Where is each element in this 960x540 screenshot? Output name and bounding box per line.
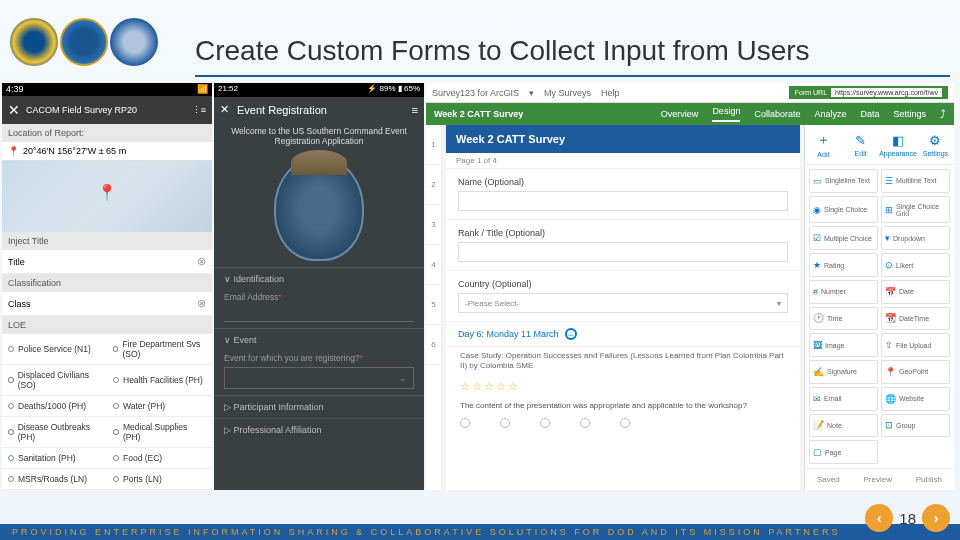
classification-label: Classification [2,274,212,292]
form-field-name[interactable]: Name (Optional) [446,169,800,220]
loe-label: LOE [2,316,212,334]
question-types-grid: ▭Singleline Text ☰Multiline Text ◉Single… [805,165,954,468]
list-item[interactable]: Food (EC) [107,448,212,469]
options-icon[interactable]: ⋮≡ [192,105,206,115]
section-event[interactable]: ∨ Event [214,328,424,351]
chevron-down-icon: ▾ [777,299,781,308]
dropdown-icon[interactable]: ▾ [529,88,534,98]
qtype-signature[interactable]: ✍Signature [809,360,878,384]
slide-title: Create Custom Forms to Collect Input fro… [195,35,810,67]
dropdown-input[interactable]: -Please Select- ▾ [458,293,788,313]
qtype-dropdown[interactable]: ▾Dropdown [881,226,950,250]
classification-input[interactable]: Class ⊗ [2,292,212,316]
sidetab-settings[interactable]: ⚙Settings [917,125,954,164]
prev-slide-button[interactable] [865,504,893,532]
sidetab-add[interactable]: ＋Add [805,125,842,164]
survey-title: CACOM Field Survey RP20 [26,105,137,115]
list-item[interactable]: Medical Supplies (PH) [107,417,212,448]
header-logo-group [10,18,158,66]
list-item[interactable]: Water (PH) [107,396,212,417]
list-item[interactable]: Displaced Civilians (SO) [2,365,107,396]
section-participant[interactable]: ▷ Participant Information [214,395,424,418]
close-icon[interactable]: ✕ [220,103,229,116]
qtype-note[interactable]: 📝Note [809,414,878,438]
qtype-singlechoice[interactable]: ◉Single Choice [809,196,878,224]
form-field-country[interactable]: Country (Optional) -Please Select- ▾ [446,271,800,322]
qtype-geopoint[interactable]: 📍GeoPoint [881,360,950,384]
sidetab-edit[interactable]: ✎Edit [842,125,879,164]
qtype-number[interactable]: #Number [809,280,878,304]
qtype-website[interactable]: 🌐Website [881,387,950,411]
tab-overview[interactable]: Overview [661,109,699,119]
form-title-bar[interactable]: Week 2 CATT Survey [446,125,800,153]
qtype-likert[interactable]: ⊙Likert [881,253,950,277]
email-field[interactable]: Email Address* [214,290,424,328]
list-item[interactable]: Disease Outbreaks (PH) [2,417,107,448]
clear-icon[interactable]: ⊗ [197,255,206,268]
list-item[interactable]: MSRs/Roads (LN) [2,469,107,490]
radio-option[interactable] [500,418,510,428]
qtype-singlechoicegrid[interactable]: ⊞Single Choice Grid [881,196,950,224]
email-input[interactable] [224,304,414,322]
qtype-date[interactable]: 📅Date [881,280,950,304]
likert-options[interactable] [446,414,800,432]
close-icon[interactable]: ✕ [8,102,20,118]
publish-button[interactable]: Publish [916,475,942,484]
form-field-rank[interactable]: Rank / Title (Optional) [446,220,800,271]
list-item[interactable]: Deaths/1000 (PH) [2,396,107,417]
status-time: 21:52 [218,84,238,96]
next-slide-button[interactable] [922,504,950,532]
coords-row[interactable]: 📍 20°46'N 156°27'W ± 65 m [2,142,212,161]
text-input[interactable] [458,191,788,211]
section-professional[interactable]: ▷ Professional Affiliation [214,418,424,441]
qtype-singleline[interactable]: ▭Singleline Text [809,169,878,193]
panel-field-survey: 4:39 📶 ✕ CACOM Field Survey RP20 ⋮≡ Loca… [2,83,212,490]
tab-data[interactable]: Data [860,109,879,119]
radio-option[interactable] [540,418,550,428]
sidetab-appearance[interactable]: ◧Appearance [879,125,917,164]
share-icon[interactable] [940,108,946,120]
list-item[interactable]: Ports (LN) [107,469,212,490]
day-header[interactable]: Day 6: Monday 11 March – [446,322,800,347]
url-value[interactable]: https://survey.www.arcg.com/f/wv [831,88,942,97]
list-item[interactable]: Police Service (N1) [2,334,107,365]
list-item[interactable]: Fire Department Svs (SO) [107,334,212,365]
text-input[interactable] [458,242,788,262]
event-select[interactable]: ⌄ [224,367,414,389]
pencil-icon: ✎ [855,133,866,148]
tab-design[interactable]: Design [712,106,740,122]
tab-collaborate[interactable]: Collaborate [754,109,800,119]
qnum: 4 [426,245,441,285]
radio-option[interactable] [580,418,590,428]
tab-analyze[interactable]: Analyze [814,109,846,119]
brand-label: Survey123 for ArcGIS [432,88,519,98]
map-preview[interactable]: 📍 [2,161,212,232]
preview-button[interactable]: Preview [863,475,891,484]
page-number: 18 [899,510,916,527]
qtype-multichoice[interactable]: ☑Multiple Choice [809,226,878,250]
options-icon[interactable]: ≡ [412,104,418,116]
nav-mysurveys[interactable]: My Surveys [544,88,591,98]
collapse-icon[interactable]: – [565,328,577,340]
nav-help[interactable]: Help [601,88,620,98]
list-item[interactable]: Sanitation (PH) [2,448,107,469]
section-identification[interactable]: ∨ Identification [214,267,424,290]
tab-settings[interactable]: Settings [893,109,926,119]
qtype-group[interactable]: ⊡Group [881,414,950,438]
inject-title-input[interactable]: Title ⊗ [2,250,212,274]
qtype-image[interactable]: 🖼Image [809,333,878,357]
list-item[interactable]: Health Facilities (PH) [107,365,212,396]
rating-stars[interactable]: ☆☆☆☆☆ [446,376,800,397]
qtype-time[interactable]: 🕐Time [809,307,878,331]
radio-option[interactable] [620,418,630,428]
qtype-fileupload[interactable]: ⇧File Upload [881,333,950,357]
clear-icon[interactable]: ⊗ [197,297,206,310]
qtype-page[interactable]: ▢Page [809,440,878,464]
plus-icon: ＋ [817,131,830,149]
radio-option[interactable] [460,418,470,428]
qtype-rating[interactable]: ★Rating [809,253,878,277]
qtype-email[interactable]: ✉Email [809,387,878,411]
qtype-datetime[interactable]: 📆DateTime [881,307,950,331]
event-field[interactable]: Event for which you are registering?* ⌄ [214,351,424,395]
qtype-multiline[interactable]: ☰Multiline Text [881,169,950,193]
